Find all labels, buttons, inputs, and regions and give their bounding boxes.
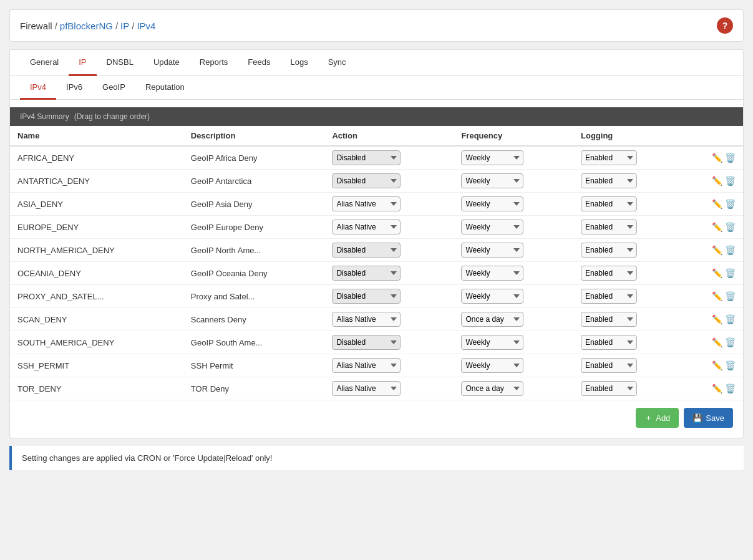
frequency-select[interactable]: WeeklyOnce a dayTwice a dayEvery hourNev… xyxy=(461,243,523,258)
action-select[interactable]: DisabledAlias NativeAlias DenyDeny BothP… xyxy=(332,173,401,188)
action-select[interactable]: DisabledAlias NativeAlias DenyDeny BothP… xyxy=(332,220,401,234)
cell-action[interactable]: DisabledAlias NativeAlias DenyDeny BothP… xyxy=(324,354,454,377)
tab-feeds[interactable]: Feeds xyxy=(238,50,280,76)
edit-icon[interactable]: ✏️ xyxy=(712,314,722,324)
delete-icon[interactable]: 🗑️ xyxy=(725,337,736,347)
cell-action[interactable]: DisabledAlias NativeAlias DenyDeny BothP… xyxy=(324,239,454,262)
cell-frequency[interactable]: WeeklyOnce a dayTwice a dayEvery hourNev… xyxy=(454,170,573,193)
cell-frequency[interactable]: WeeklyOnce a dayTwice a dayEvery hourNev… xyxy=(454,285,573,308)
frequency-select[interactable]: WeeklyOnce a dayTwice a dayEvery hourNev… xyxy=(461,150,523,165)
logging-select[interactable]: EnabledDisabled xyxy=(581,358,637,373)
cell-action[interactable]: DisabledAlias NativeAlias DenyDeny BothP… xyxy=(324,331,454,354)
tab-update[interactable]: Update xyxy=(143,50,190,76)
action-select[interactable]: DisabledAlias NativeAlias DenyDeny BothP… xyxy=(332,312,401,327)
delete-icon[interactable]: 🗑️ xyxy=(725,199,736,209)
cell-action[interactable]: DisabledAlias NativeAlias DenyDeny BothP… xyxy=(324,262,454,285)
frequency-select[interactable]: WeeklyOnce a dayTwice a dayEvery hourNev… xyxy=(461,312,523,327)
edit-icon[interactable]: ✏️ xyxy=(712,199,722,209)
cell-logging[interactable]: EnabledDisabled xyxy=(573,331,683,354)
cell-frequency[interactable]: WeeklyOnce a dayTwice a dayEvery hourNev… xyxy=(454,193,573,216)
action-select[interactable]: DisabledAlias NativeAlias DenyDeny BothP… xyxy=(332,381,401,396)
tab-geoip[interactable]: GeoIP xyxy=(92,76,135,100)
cell-logging[interactable]: EnabledDisabled xyxy=(573,216,683,239)
delete-icon[interactable]: 🗑️ xyxy=(725,245,736,255)
logging-select[interactable]: EnabledDisabled xyxy=(581,312,637,327)
logging-select[interactable]: EnabledDisabled xyxy=(581,266,637,281)
frequency-select[interactable]: WeeklyOnce a dayTwice a dayEvery hourNev… xyxy=(461,220,523,234)
cell-frequency[interactable]: WeeklyOnce a dayTwice a dayEvery hourNev… xyxy=(454,354,573,377)
cell-action[interactable]: DisabledAlias NativeAlias DenyDeny BothP… xyxy=(324,193,454,216)
tab-reports[interactable]: Reports xyxy=(190,50,238,76)
add-button[interactable]: ＋ Add xyxy=(636,408,679,428)
logging-select[interactable]: EnabledDisabled xyxy=(581,381,637,396)
cell-logging[interactable]: EnabledDisabled xyxy=(573,170,683,193)
cell-action[interactable]: DisabledAlias NativeAlias DenyDeny BothP… xyxy=(324,308,454,331)
frequency-select[interactable]: WeeklyOnce a dayTwice a dayEvery hourNev… xyxy=(461,289,523,304)
delete-icon[interactable]: 🗑️ xyxy=(725,291,736,301)
cell-action[interactable]: DisabledAlias NativeAlias DenyDeny BothP… xyxy=(324,216,454,239)
edit-icon[interactable]: ✏️ xyxy=(712,268,722,278)
tab-dnsbl[interactable]: DNSBL xyxy=(97,50,143,76)
tab-logs[interactable]: Logs xyxy=(281,50,318,76)
edit-icon[interactable]: ✏️ xyxy=(712,360,722,370)
tab-ipv4[interactable]: IPv4 xyxy=(20,76,56,100)
frequency-select[interactable]: WeeklyOnce a dayTwice a dayEvery hourNev… xyxy=(461,266,523,281)
logging-select[interactable]: EnabledDisabled xyxy=(581,150,637,165)
delete-icon[interactable]: 🗑️ xyxy=(725,384,736,393)
cell-logging[interactable]: EnabledDisabled xyxy=(573,262,683,285)
edit-icon[interactable]: ✏️ xyxy=(712,153,722,163)
delete-icon[interactable]: 🗑️ xyxy=(725,314,736,324)
action-select[interactable]: DisabledAlias NativeAlias DenyDeny BothP… xyxy=(332,243,401,258)
edit-icon[interactable]: ✏️ xyxy=(712,384,722,393)
delete-icon[interactable]: 🗑️ xyxy=(725,222,736,232)
cell-logging[interactable]: EnabledDisabled xyxy=(573,377,683,400)
logging-select[interactable]: EnabledDisabled xyxy=(581,335,637,350)
logging-select[interactable]: EnabledDisabled xyxy=(581,173,637,188)
cell-logging[interactable]: EnabledDisabled xyxy=(573,193,683,216)
cell-action[interactable]: DisabledAlias NativeAlias DenyDeny BothP… xyxy=(324,285,454,308)
tab-sync[interactable]: Sync xyxy=(318,50,356,76)
delete-icon[interactable]: 🗑️ xyxy=(725,268,736,278)
cell-logging[interactable]: EnabledDisabled xyxy=(573,239,683,262)
cell-logging[interactable]: EnabledDisabled xyxy=(573,146,683,170)
cell-action[interactable]: DisabledAlias NativeAlias DenyDeny BothP… xyxy=(324,170,454,193)
tab-reputation[interactable]: Reputation xyxy=(135,76,195,100)
logging-select[interactable]: EnabledDisabled xyxy=(581,243,637,258)
cell-frequency[interactable]: WeeklyOnce a dayTwice a dayEvery hourNev… xyxy=(454,239,573,262)
frequency-select[interactable]: WeeklyOnce a dayTwice a dayEvery hourNev… xyxy=(461,196,523,211)
action-select[interactable]: DisabledAlias NativeAlias DenyDeny BothP… xyxy=(332,335,401,350)
frequency-select[interactable]: WeeklyOnce a dayTwice a dayEvery hourNev… xyxy=(461,381,523,396)
cell-frequency[interactable]: WeeklyOnce a dayTwice a dayEvery hourNev… xyxy=(454,262,573,285)
action-select[interactable]: DisabledAlias NativeAlias DenyDeny BothP… xyxy=(332,289,401,304)
cell-frequency[interactable]: WeeklyOnce a dayTwice a dayEvery hourNev… xyxy=(454,308,573,331)
frequency-select[interactable]: WeeklyOnce a dayTwice a dayEvery hourNev… xyxy=(461,173,523,188)
frequency-select[interactable]: WeeklyOnce a dayTwice a dayEvery hourNev… xyxy=(461,335,523,350)
edit-icon[interactable]: ✏️ xyxy=(712,337,722,347)
cell-frequency[interactable]: WeeklyOnce a dayTwice a dayEvery hourNev… xyxy=(454,146,573,170)
delete-icon[interactable]: 🗑️ xyxy=(725,360,736,370)
cell-frequency[interactable]: WeeklyOnce a dayTwice a dayEvery hourNev… xyxy=(454,331,573,354)
cell-logging[interactable]: EnabledDisabled xyxy=(573,308,683,331)
edit-icon[interactable]: ✏️ xyxy=(712,245,722,255)
breadcrumb-pfblockerng[interactable]: pfBlockerNG xyxy=(60,21,113,31)
cell-logging[interactable]: EnabledDisabled xyxy=(573,354,683,377)
delete-icon[interactable]: 🗑️ xyxy=(725,176,736,186)
logging-select[interactable]: EnabledDisabled xyxy=(581,196,637,211)
action-select[interactable]: DisabledAlias NativeAlias DenyDeny BothP… xyxy=(332,358,401,373)
edit-icon[interactable]: ✏️ xyxy=(712,176,722,186)
delete-icon[interactable]: 🗑️ xyxy=(725,153,736,163)
help-button[interactable]: ? xyxy=(717,17,733,34)
tab-general[interactable]: General xyxy=(20,50,69,76)
cell-action[interactable]: DisabledAlias NativeAlias DenyDeny BothP… xyxy=(324,146,454,170)
breadcrumb-ip[interactable]: IP xyxy=(120,21,129,31)
tab-ip[interactable]: IP xyxy=(69,50,96,76)
action-select[interactable]: DisabledAlias NativeAlias DenyDeny BothP… xyxy=(332,150,401,165)
cell-frequency[interactable]: WeeklyOnce a dayTwice a dayEvery hourNev… xyxy=(454,377,573,400)
cell-frequency[interactable]: WeeklyOnce a dayTwice a dayEvery hourNev… xyxy=(454,216,573,239)
save-button[interactable]: 💾 Save xyxy=(684,408,733,428)
frequency-select[interactable]: WeeklyOnce a dayTwice a dayEvery hourNev… xyxy=(461,358,523,373)
edit-icon[interactable]: ✏️ xyxy=(712,222,722,232)
action-select[interactable]: DisabledAlias NativeAlias DenyDeny BothP… xyxy=(332,266,401,281)
edit-icon[interactable]: ✏️ xyxy=(712,291,722,301)
action-select[interactable]: DisabledAlias NativeAlias DenyDeny BothP… xyxy=(332,196,401,211)
